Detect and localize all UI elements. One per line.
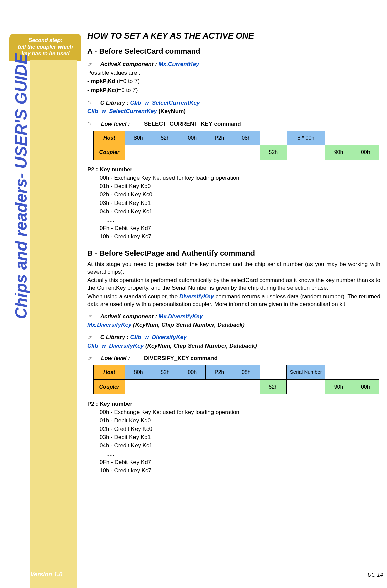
content-area: HOW TO SET A KEY AS THE ACTIVE ONE A - B…	[77, 0, 387, 588]
p2-line: 04h - Credit Key Kc1	[87, 442, 380, 450]
activex-call-name: Mx.DiversifyKey	[87, 322, 131, 328]
pointer-icon: ☞	[87, 120, 92, 128]
host-cell: P2h	[206, 365, 233, 379]
p2-line: 01h - Debit Key Kd0	[87, 417, 380, 425]
pointer-icon: ☞	[87, 100, 92, 106]
lowlevel-label: Low level :	[101, 120, 130, 128]
host-cell: 52h	[152, 365, 179, 379]
p2-line: 10h - Credit key Kc7	[87, 467, 380, 475]
host-cell: 80h	[125, 365, 152, 379]
text: mpkP	[91, 87, 106, 93]
coupler-cell: 52h	[260, 379, 286, 394]
sidebar-vertical-title: Chips and readers- USER'S GUIDE	[12, 54, 30, 319]
activex-label: ActiveX component :	[100, 61, 159, 67]
host-cell	[260, 131, 287, 145]
p2-line: 0Fh - Debit Key Kd7	[87, 459, 380, 466]
lowlevel-a-line: ☞ Low level : SELECT_CURRENT_KEY command	[87, 120, 380, 128]
p2-line: 03h - Debit Key Kd1	[87, 199, 380, 207]
coupler-cell: 00h	[352, 379, 379, 394]
lowlevel-label: Low level :	[101, 355, 130, 362]
host-cell	[325, 131, 379, 145]
text: -	[87, 78, 91, 84]
host-row: Host 80h 52h 00h P2h 08h Serial Number	[94, 365, 379, 379]
coupler-cell: 52h	[260, 145, 287, 160]
clib-call-args: (KeyNum, Chip Serial Number, Databack)	[144, 343, 257, 349]
host-cell: 08h	[233, 131, 260, 145]
page-number: UG 14	[367, 572, 383, 578]
tab-line: Second step:	[11, 37, 79, 44]
host-cell: 00h	[179, 131, 206, 145]
host-label-cell: Host	[94, 365, 125, 379]
activex-value: Mx.CurrentKey	[159, 61, 199, 67]
host-cell: 52h	[152, 131, 179, 145]
text: Kd	[108, 78, 115, 84]
text: (i=0 to 7)	[115, 87, 138, 93]
text: -	[87, 87, 91, 93]
clib-value: Clib_w_DiversifyKey	[130, 334, 186, 341]
text: (i=0 to 7)	[115, 78, 140, 84]
text: mpkP	[91, 78, 106, 84]
page: Second step: tell the coupler which key …	[0, 0, 387, 588]
p2-dots: .....	[87, 450, 380, 458]
clib-label: C Library :	[100, 100, 130, 106]
pointer-icon: ☞	[87, 334, 92, 341]
activex-label: ActiveX component :	[100, 313, 159, 320]
coupler-row: Coupler 52h 90h 00h	[94, 379, 379, 394]
sidebar: Second step: tell the coupler which key …	[0, 0, 77, 588]
activex-call-args: (KeyNum, Chip Serial Number, Databack)	[131, 322, 244, 328]
clib-call-line: Clib_w_DiversifyKey (KeyNum, Chip Serial…	[87, 342, 380, 350]
val1-line: - mpkPiKd (i=0 to 7)	[87, 78, 380, 86]
host-cell: 80h	[125, 131, 152, 145]
text: Kc	[108, 87, 115, 93]
pointer-icon: ☞	[87, 355, 92, 362]
p2-line: 03h - Debit Key Kd1	[87, 434, 380, 441]
lowlevel-value: DIVERSIFY_KEY command	[144, 355, 218, 361]
coupler-cell	[287, 145, 325, 160]
coupler-empty	[125, 145, 260, 160]
activex-b-line: ☞ ActiveX component : Mx.DiversifyKey	[87, 313, 380, 321]
page-title: HOW TO SET A KEY AS THE ACTIVE ONE	[87, 30, 380, 42]
b-para3: When using a standard coupler, the Diver…	[87, 293, 380, 308]
p2-line: 00h - Exchange Key Ke: used for key load…	[87, 409, 380, 416]
version-label: Version 1.0	[30, 571, 62, 578]
section-b-heading: B - Before SelectPage and Authentify com…	[87, 248, 380, 258]
p2-heading-a: P2 : Key number	[87, 166, 380, 174]
sidebar-yellow-bar	[30, 60, 77, 588]
clib-label: C Library :	[100, 334, 130, 341]
val2-line: - mpkPiKc(i=0 to 7)	[87, 87, 380, 95]
select-current-key-table: Host 80h 52h 00h P2h 08h 8 * 00h Coupler…	[93, 131, 379, 160]
host-label-cell: Host	[94, 131, 125, 145]
diversify-key-table: Host 80h 52h 00h P2h 08h Serial Number C…	[93, 365, 379, 394]
b-para1: At this stage you need to precise both t…	[87, 261, 380, 276]
p2-line: 02h - Credit Key Kc0	[87, 425, 380, 433]
p2-dots: .....	[87, 216, 380, 224]
clib-value: Clib_w_SelectCurrentKey	[130, 100, 200, 106]
host-cell: Serial Number	[287, 365, 325, 379]
p2-line: 10h - Credit key Kc7	[87, 233, 380, 241]
coupler-cell: 00h	[352, 145, 379, 160]
host-row: Host 80h 52h 00h P2h 08h 8 * 00h	[94, 131, 379, 145]
section-a-heading: A - Before SelectCard command	[87, 46, 380, 56]
p2-heading-b: P2 : Key number	[87, 400, 380, 408]
coupler-label-cell: Coupler	[94, 145, 125, 160]
coupler-cell	[287, 379, 325, 394]
p2-line: 0Fh - Debit Key Kd7	[87, 225, 380, 232]
host-cell	[260, 365, 286, 379]
clib-a-line: ☞ C Library : Clib_w_SelectCurrentKey	[87, 99, 380, 107]
host-cell: P2h	[206, 131, 233, 145]
clib-call-name: Clib_w_SelectCurrentKey	[87, 108, 157, 115]
clib-call-name: Clib_w_DiversifyKey	[87, 343, 144, 349]
tab-line: tell the coupler which	[11, 44, 79, 50]
activex-a-line: ☞ ActiveX component : Mx.CurrentKey	[87, 61, 380, 69]
clib-call-line: Clib_w_SelectCurrentKey (KeyNum)	[87, 108, 380, 116]
pointer-icon: ☞	[87, 313, 92, 320]
lowlevel-value: SELECT_CURRENT_KEY command	[144, 121, 241, 127]
p2-line: 02h - Credit Key Kc0	[87, 191, 380, 199]
host-cell: 00h	[179, 365, 206, 379]
text: When using a standard coupler, the	[87, 293, 179, 300]
host-cell: 08h	[233, 365, 260, 379]
activex-call-line: Mx.DiversifyKey (KeyNum, Chip Serial Num…	[87, 321, 380, 329]
clib-call-args: (KeyNum)	[157, 108, 186, 115]
coupler-empty	[125, 379, 260, 394]
lowlevel-b-line: ☞ Low level : DIVERSIFY_KEY command	[87, 355, 380, 362]
